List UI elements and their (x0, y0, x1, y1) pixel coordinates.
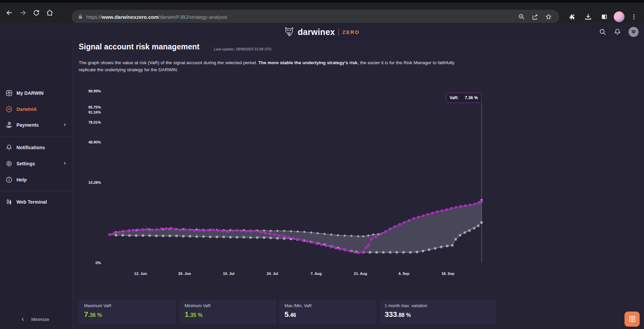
open-book-icon (628, 315, 637, 324)
page-title: Signal account risk management (79, 42, 199, 51)
stat-card-max-min-var: Max./Min. VaR 5.46 (279, 300, 376, 324)
sidebar-item-darwinia[interactable]: DarwinIA (0, 102, 73, 116)
bell-icon (5, 143, 13, 152)
y-tick-label: 14.28% (80, 180, 101, 184)
browser-toolbar: https://www.darwinexzero.com/darwin/PJBJ… (0, 3, 644, 23)
chart-plot-area[interactable] (108, 87, 486, 265)
sidebar-minimize-button[interactable]: Minimize (0, 313, 73, 325)
y-tick-label: 99.99% (80, 89, 101, 93)
stat-card-maximum-var: Maximum VaR 7.36 % (79, 300, 176, 324)
x-tick-label: 10. Jul (223, 272, 234, 276)
brand-separator (338, 28, 339, 36)
extensions-puzzle-icon[interactable] (565, 10, 579, 24)
chevron-left-icon (21, 317, 25, 322)
x-tick-label: 21. Aug (354, 272, 367, 276)
stat-label: Maximum VaR (84, 303, 171, 308)
share-icon[interactable] (528, 10, 542, 24)
stat-label: 1 month max. variation (385, 303, 490, 308)
owl-logo-icon (284, 27, 294, 37)
y-tick-label: 0% (80, 261, 101, 265)
last-update-text: Last update: 28/09/2023 21:00 UTC (214, 47, 272, 51)
y-tick-label: 78.01% (80, 120, 101, 124)
browser-home-icon[interactable] (43, 6, 56, 19)
candlestick-icon (5, 198, 13, 206)
browser-profile-avatar[interactable] (614, 11, 624, 22)
browser-back-icon[interactable] (3, 6, 16, 19)
tooltip-value: 7.36 % (465, 95, 478, 100)
sidebar-item-notifications[interactable]: Notifications (0, 141, 73, 154)
stat-label: Max./Min. VaR (285, 303, 371, 308)
downloads-icon[interactable] (581, 10, 595, 24)
bookmark-star-icon[interactable] (542, 10, 555, 24)
stat-value: 1.35 % (185, 310, 271, 319)
y-tick-label: 48.90% (80, 140, 101, 144)
zoom-page-icon[interactable] (515, 10, 528, 24)
gear-icon (5, 160, 13, 168)
browser-menu-kebab-icon[interactable] (627, 10, 641, 24)
guide-book-button[interactable] (624, 312, 640, 327)
side-panel-icon[interactable] (598, 10, 611, 24)
address-bar[interactable]: https://www.darwinexzero.com/darwin/PJBJ… (72, 10, 559, 24)
page-description: The graph shows the value at risk (VaR) … (79, 59, 502, 73)
info-icon (5, 176, 13, 184)
stat-value: 7.36 % (84, 310, 171, 319)
chevron-right-icon (63, 161, 67, 167)
stat-value: 333.88 % (385, 310, 490, 319)
stat-card-month-max-variation: 1 month max. variation 333.88 % (379, 300, 496, 324)
stat-value: 5.46 (285, 310, 371, 319)
brand-product: ZERO (342, 29, 360, 35)
url-text: https://www.darwinexzero.com/darwin/PJBJ… (86, 14, 515, 20)
x-tick-label: 12. Jun (134, 272, 147, 276)
browser-reload-icon[interactable] (30, 6, 43, 19)
app-header: darwinex ZERO (0, 23, 644, 41)
darwinia-hexagon-icon (5, 105, 13, 113)
stat-card-minimum-var: Minimum VaR 1.35 % (179, 300, 276, 324)
x-tick-label: 24. Jul (267, 272, 278, 276)
sidebar: My DARWIN DarwinIA Payments Notification… (0, 41, 73, 329)
stat-label: Minimum VaR (185, 303, 271, 308)
browser-forward-icon[interactable] (16, 6, 30, 19)
x-tick-label: 4. Sep (399, 272, 409, 276)
x-tick-label: 18. Sep (442, 272, 455, 276)
sidebar-divider (0, 136, 72, 136)
chart-tooltip: VaR: 7.36 % (446, 93, 482, 103)
user-avatar[interactable] (629, 27, 639, 37)
sidebar-item-web-terminal[interactable]: Web Terminal (0, 195, 73, 209)
sidebar-item-settings[interactable]: Settings (0, 157, 73, 170)
sidebar-item-help[interactable]: Help (0, 173, 73, 187)
lock-icon (78, 14, 83, 19)
sidebar-item-my-darwin[interactable]: My DARWIN (0, 86, 73, 100)
x-tick-label: 26. Jun (178, 272, 191, 276)
sidebar-divider (0, 191, 72, 191)
y-tick-label: 95.75% (80, 105, 101, 109)
brand-logo[interactable]: darwinex ZERO (284, 27, 359, 37)
search-icon[interactable] (599, 28, 606, 36)
payments-hand-icon (5, 121, 13, 129)
darwin-badge-icon (5, 89, 13, 97)
x-tick-label: 7. Aug (310, 272, 321, 276)
tooltip-label: VaR: (450, 95, 459, 100)
sidebar-item-payments[interactable]: Payments (0, 118, 73, 132)
browser-window-edge (0, 0, 644, 3)
y-tick-label: 91.16% (80, 110, 101, 114)
chevron-right-icon (63, 122, 67, 128)
brand-name: darwinex (298, 27, 335, 37)
notifications-bell-icon[interactable] (614, 28, 621, 36)
